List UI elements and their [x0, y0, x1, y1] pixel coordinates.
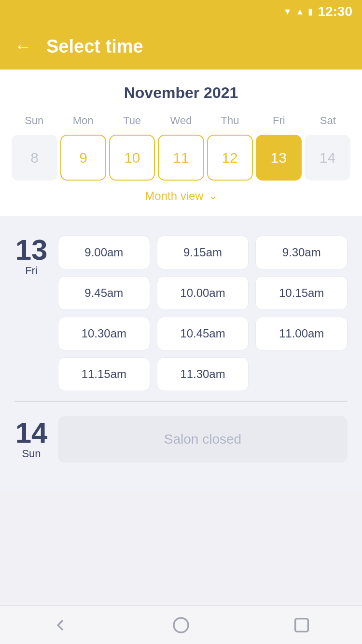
- nav-back-button[interactable]: [51, 616, 70, 635]
- cal-day-8[interactable]: 8: [12, 135, 57, 181]
- time-slot-1000am[interactable]: 10.00am: [157, 276, 249, 310]
- day-number-13: 13: [15, 236, 48, 265]
- salon-closed-box: Salon closed: [58, 416, 348, 462]
- time-slots-grid-13: 9.00am 9.15am 9.30am 9.45am 10.00am 10.1…: [58, 236, 348, 391]
- calendar-section: November 2021 Sun Mon Tue Wed Thu Fri Sa…: [0, 70, 362, 216]
- time-slot-1015am[interactable]: 10.15am: [255, 276, 348, 310]
- time-slot-915am[interactable]: 9.15am: [157, 236, 249, 269]
- svg-rect-1: [295, 618, 308, 631]
- cal-day-10[interactable]: 10: [109, 135, 155, 181]
- cal-day-11[interactable]: 11: [158, 135, 204, 181]
- status-time: 12:30: [318, 4, 352, 19]
- time-slot-930am[interactable]: 9.30am: [255, 236, 348, 269]
- day-header-mon: Mon: [58, 112, 107, 130]
- day-block-14: 14 Sun Salon closed: [0, 402, 362, 477]
- time-slot-1130am[interactable]: 11.30am: [157, 357, 249, 391]
- day-header-sun: Sun: [10, 112, 58, 130]
- day-header-fri: Fri: [254, 112, 303, 130]
- day-header-wed: Wed: [156, 112, 205, 130]
- salon-closed-label: Salon closed: [164, 432, 241, 447]
- time-slot-1115am[interactable]: 11.15am: [58, 357, 150, 391]
- month-view-toggle[interactable]: Month view ⌄: [10, 181, 352, 207]
- recents-nav-icon: [292, 616, 311, 635]
- cal-day-13[interactable]: 13: [256, 135, 302, 181]
- day-label-13: 13 Fri: [14, 236, 48, 277]
- day-block-13: 13 Fri 9.00am 9.15am 9.30am 9.45am 10.00…: [0, 226, 362, 401]
- month-view-label: Month view: [145, 189, 203, 203]
- day-number-14: 14: [15, 419, 48, 448]
- month-year-label: November 2021: [10, 84, 352, 102]
- day-name-14: Sun: [22, 448, 41, 460]
- wifi-icon: ▼: [283, 7, 292, 17]
- time-section: 13 Fri 9.00am 9.15am 9.30am 9.45am 10.00…: [0, 216, 362, 491]
- time-slot-1100am[interactable]: 11.00am: [255, 317, 348, 350]
- day-header-thu: Thu: [206, 112, 254, 130]
- home-nav-icon: [171, 616, 191, 635]
- cal-day-12[interactable]: 12: [207, 135, 253, 181]
- battery-icon: ▮: [308, 6, 313, 17]
- nav-recents-button[interactable]: [292, 616, 311, 635]
- back-nav-icon: [51, 616, 70, 635]
- svg-point-0: [174, 618, 188, 632]
- time-slot-900am[interactable]: 9.00am: [58, 236, 150, 269]
- day-headers: Sun Mon Tue Wed Thu Fri Sat: [10, 112, 352, 130]
- status-bar: ▼ ▲ ▮ 12:30: [0, 0, 362, 23]
- cal-day-14[interactable]: 14: [305, 135, 350, 181]
- day-name-13: Fri: [25, 265, 38, 277]
- header: ← Select time: [0, 23, 362, 70]
- back-button[interactable]: ←: [14, 36, 32, 56]
- day-header-tue: Tue: [108, 112, 156, 130]
- time-slot-1045am[interactable]: 10.45am: [157, 317, 249, 350]
- status-icons: ▼ ▲ ▮: [283, 6, 313, 17]
- chevron-down-icon: ⌄: [209, 190, 217, 202]
- day-label-14: 14 Sun: [14, 419, 48, 460]
- day-header-sat: Sat: [304, 112, 352, 130]
- time-slot-945am[interactable]: 9.45am: [58, 276, 150, 310]
- calendar-row: 8 9 10 11 12 13 14: [10, 135, 352, 181]
- bottom-nav: [0, 605, 362, 644]
- cal-day-9[interactable]: 9: [60, 135, 106, 181]
- signal-icon: ▲: [296, 7, 305, 17]
- nav-home-button[interactable]: [171, 616, 191, 635]
- page-title: Select time: [46, 36, 143, 57]
- time-slot-1030am[interactable]: 10.30am: [58, 317, 150, 350]
